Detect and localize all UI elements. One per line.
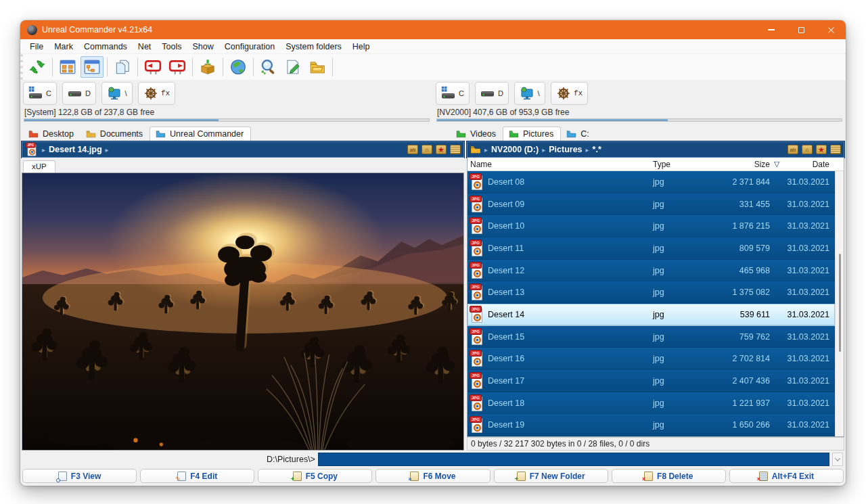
right-drive-d-button[interactable]: D [475,82,509,105]
f5-copy-button[interactable]: + F5 Copy [258,469,372,483]
left-fx-button[interactable]: fx [138,82,175,105]
file-row[interactable]: JPGDesert 19 jpg1 650 26631.03.2021 [468,414,835,436]
tab-desktop[interactable]: Desktop [23,127,81,141]
jpg-file-icon: JPG [26,143,37,156]
file-row[interactable]: JPGDesert 09 jpg331 45531.03.2021 [468,193,835,216]
file-row[interactable]: JPGDesert 18 jpg1 221 93731.03.2021 [468,392,835,415]
file-row[interactable]: JPGDesert 15 jpg759 76231.03.2021 [468,326,835,348]
copy-button[interactable] [111,56,134,78]
column-name[interactable]: Name [468,160,653,169]
favorites-icon[interactable]: ★ [816,145,827,154]
folder-icon [470,145,481,154]
left-drive-d-button[interactable]: D [62,82,96,105]
f8-delete-button[interactable]: × F8 Delete [612,469,726,483]
breadcrumb-filename[interactable]: Desert 14.jpg [49,145,102,154]
tab-documents[interactable]: Documents [81,127,150,141]
hotlist-icon[interactable]: ab [407,145,418,154]
search-button[interactable] [257,56,280,78]
right-drive-c-button[interactable]: C [436,82,470,105]
view-icon [58,472,67,481]
tab-drive-c[interactable]: C: [561,127,596,141]
menu-help[interactable]: Help [347,41,375,53]
history-icon[interactable]: ⌂ [802,145,813,154]
menu-file[interactable]: File [24,41,49,53]
left-drive-bar: C D \ fx [System] 122,8 GB of 237,8 GB f… [20,80,433,122]
file-row[interactable]: JPGDesert 17 jpg2 407 43631.03.2021 [468,370,835,392]
f6-move-button[interactable]: » F6 Move [375,469,490,483]
details-view-button[interactable] [81,56,104,78]
file-row-cursor[interactable]: JPGDesert 14 jpg539 61131.03.2021 [468,304,835,326]
viewer-tab-xup[interactable]: xUP [23,160,55,173]
breadcrumb-folder[interactable]: Pictures [549,145,582,154]
tab-videos[interactable]: Videos [451,127,503,141]
app-window: Unreal Commander v4.21x64 File Mark Comm… [20,20,846,486]
panel-menu-icon[interactable] [830,145,841,154]
left-panel-tabs: Desktop Documents Unreal Commander [20,124,433,141]
history-icon[interactable]: ⌂ [421,145,432,154]
forward-button[interactable] [166,56,189,78]
edit-button[interactable] [281,56,304,78]
breadcrumb-filter[interactable]: *.* [593,145,601,154]
scrollbar-thumb[interactable] [839,254,841,352]
folders-button[interactable] [306,56,329,78]
image-preview[interactable] [22,173,464,451]
toolbar-separator [192,58,193,76]
left-drive-c-button[interactable]: C [23,82,57,105]
column-size[interactable]: Size [710,160,770,169]
folder-icon [566,130,576,138]
column-date[interactable]: ▽ Date [770,160,835,169]
menu-show[interactable]: Show [187,41,219,53]
tab-pictures[interactable]: Pictures [503,127,561,141]
column-type[interactable]: Type [653,160,710,169]
panel-status-bar: 0 bytes / 32 217 302 bytes in 0 / 28 fil… [467,437,844,451]
f7-new-folder-button[interactable]: + F7 New Folder [494,469,608,483]
file-row[interactable]: JPGDesert 12 jpg465 96831.03.2021 [468,260,835,282]
titlebar[interactable]: Unreal Commander v4.21x64 [20,20,846,39]
menu-tools[interactable]: Tools [156,41,187,53]
delete-icon: × [644,472,653,481]
refresh-button[interactable] [26,56,49,78]
command-history-dropdown[interactable] [832,453,843,466]
maximize-button[interactable] [786,20,816,39]
unpack-button[interactable] [196,56,219,78]
menu-bar: File Mark Commands Net Tools Show Config… [20,39,846,54]
close-icon [827,26,835,34]
jpg-file-icon: JPG [470,373,484,389]
scrollbar[interactable] [835,171,844,436]
file-row[interactable]: JPGDesert 13 jpg1 375 08231.03.2021 [468,281,835,304]
file-row[interactable]: JPGDesert 16 jpg2 702 81431.03.2021 [468,348,835,370]
forward-icon [168,58,186,76]
file-row[interactable]: JPGDesert 10 jpg1 876 21531.03.2021 [468,215,835,237]
minimize-button[interactable] [756,20,786,39]
menu-net[interactable]: Net [133,41,156,53]
jpg-file-icon: JPG [470,174,484,190]
menu-configuration[interactable]: Configuration [219,41,280,53]
tab-unreal-commander[interactable]: Unreal Commander [150,127,251,141]
f3-view-button[interactable]: F3 View [22,469,137,483]
right-fx-button[interactable]: fx [551,82,588,105]
thumbnails-view-button[interactable] [56,56,79,78]
breadcrumb-arrow-icon: ▸ [42,146,45,154]
left-network-button[interactable]: \ [101,82,133,105]
hotlist-icon[interactable]: ab [788,145,798,154]
jpg-file-icon: JPG [470,284,484,300]
function-key-bar: F3 View ✎ F4 Edit + F5 Copy » F6 Move + … [20,468,846,486]
back-button[interactable] [141,56,164,78]
menu-commands[interactable]: Commands [78,41,133,53]
toolbar-separator [223,58,223,76]
menu-system-folders[interactable]: System folders [280,41,347,53]
breadcrumb-drive[interactable]: NV2000 (D:) [491,145,539,154]
menu-mark[interactable]: Mark [49,41,78,53]
drive-letter: C [46,89,51,97]
drive-letter: C [459,89,464,97]
panel-menu-icon[interactable] [450,145,461,154]
file-row[interactable]: JPGDesert 11 jpg809 57931.03.2021 [468,237,835,260]
network-button[interactable] [227,56,250,78]
favorites-icon[interactable]: ★ [436,145,447,154]
close-button[interactable] [816,20,846,39]
right-network-button[interactable]: \ [514,82,545,105]
file-row[interactable]: JPGDesert 08 jpg2 371 84431.03.2021 [468,171,835,193]
command-input[interactable] [318,453,829,466]
f4-edit-button[interactable]: ✎ F4 Edit [140,469,254,483]
alt-f4-exit-button[interactable]: × Alt+F4 Exit [729,469,844,483]
